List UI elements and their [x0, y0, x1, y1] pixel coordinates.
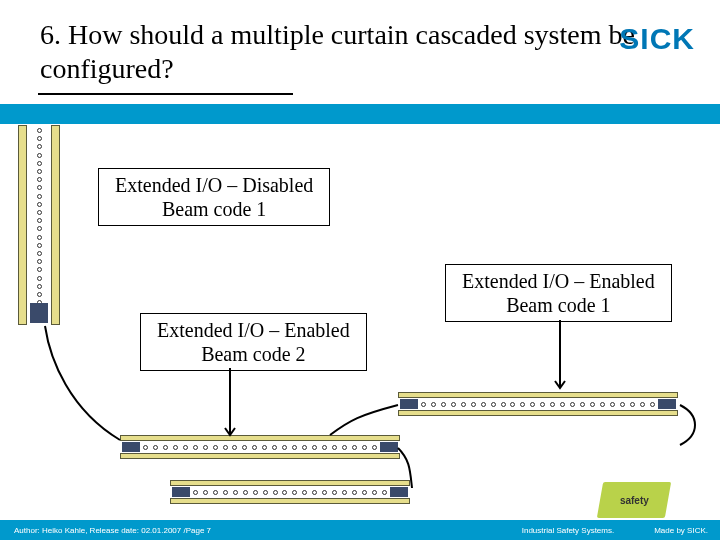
- cable-connections: [0, 0, 720, 540]
- slide: 6. How should a multiple curtain cascade…: [0, 0, 720, 540]
- footer-brand: Made by SICK.: [654, 526, 720, 535]
- safety-label: safety: [620, 495, 649, 506]
- safety-badge: safety: [597, 482, 671, 518]
- footer-author: Author: Heiko Kahle, Release date: 02.01…: [0, 526, 522, 535]
- footer-bar: Author: Heiko Kahle, Release date: 02.01…: [0, 520, 720, 540]
- footer-division: Industrial Safety Systems.: [522, 526, 654, 535]
